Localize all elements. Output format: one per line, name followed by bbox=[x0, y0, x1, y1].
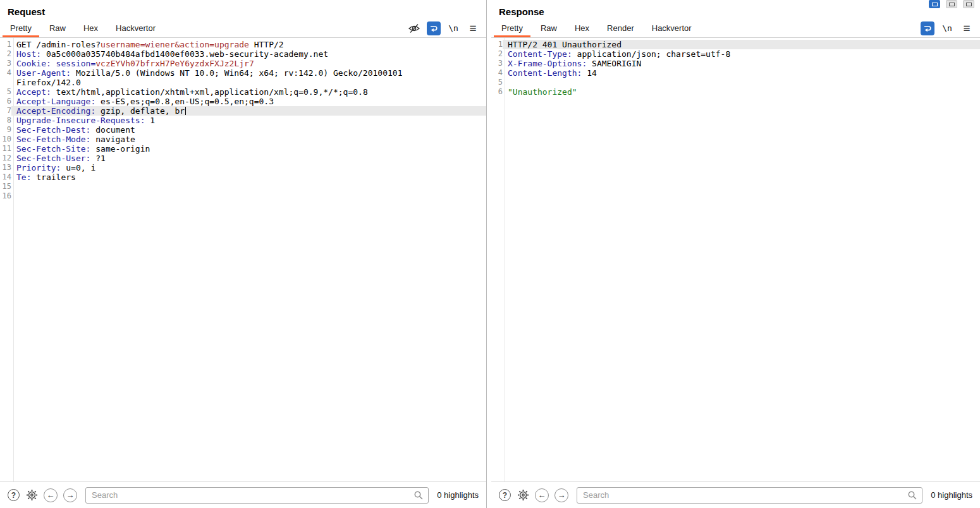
window-controls bbox=[929, 0, 974, 8]
code-text[interactable]: Content-Type: application/json; charset=… bbox=[503, 49, 980, 59]
line-number: 5 bbox=[493, 78, 503, 87]
code-text[interactable]: Sec-Fetch-Site: same-origin bbox=[11, 144, 486, 154]
code-text[interactable]: Sec-Fetch-User: ?1 bbox=[11, 154, 486, 163]
editor-menu-icon[interactable]: ≡ bbox=[466, 21, 480, 35]
response-tab-render[interactable]: Render bbox=[598, 19, 643, 37]
code-text[interactable]: Upgrade-Insecure-Requests: 1 bbox=[11, 116, 486, 125]
response-tab-pretty[interactable]: Pretty bbox=[493, 19, 532, 37]
code-line[interactable]: 12Sec-Fetch-User: ?1 bbox=[0, 154, 486, 163]
code-line[interactable]: 2Content-Type: application/json; charset… bbox=[491, 49, 980, 59]
line-number: 11 bbox=[2, 144, 11, 154]
code-line[interactable]: 3Cookie: session=vczEYVh07bfrxH7PeY6yzdx… bbox=[0, 59, 486, 68]
next-match-button[interactable]: → bbox=[554, 488, 568, 502]
code-line[interactable]: 6"Unauthorized" bbox=[491, 87, 980, 97]
code-line[interactable]: 3X-Frame-Options: SAMEORIGIN bbox=[491, 59, 980, 68]
code-line[interactable]: 9Sec-Fetch-Dest: document bbox=[0, 125, 486, 135]
settings-gear-icon[interactable] bbox=[517, 489, 529, 502]
settings-gear-icon[interactable] bbox=[25, 489, 38, 502]
line-number: 4 bbox=[493, 68, 503, 78]
request-search bbox=[85, 487, 429, 504]
response-search bbox=[577, 487, 922, 504]
code-text[interactable]: "Unauthorized" bbox=[503, 87, 980, 97]
code-text[interactable] bbox=[11, 182, 486, 191]
gutter-divider bbox=[505, 38, 505, 481]
code-text[interactable]: Host: 0a5c000a035740b484afbd1400ef0033.w… bbox=[11, 49, 486, 59]
tab-label: Render bbox=[607, 23, 634, 33]
code-line[interactable]: 1GET /admin-roles?username=wiener&action… bbox=[0, 40, 486, 49]
code-line[interactable]: 15 bbox=[0, 182, 486, 191]
code-text[interactable]: GET /admin-roles?username=wiener&action=… bbox=[11, 40, 486, 49]
code-line[interactable]: 5Accept: text/html,application/xhtml+xml… bbox=[0, 87, 486, 97]
newline-characters-icon[interactable]: \n bbox=[940, 21, 954, 35]
line-number: 12 bbox=[2, 154, 11, 163]
code-text[interactable] bbox=[11, 191, 486, 201]
code-line[interactable]: 7Accept-Encoding: gzip, deflate, br bbox=[0, 106, 486, 116]
code-line[interactable]: 4User-Agent: Mozilla/5.0 (Windows NT 10.… bbox=[0, 68, 486, 78]
code-text[interactable]: Accept-Encoding: gzip, deflate, br bbox=[11, 106, 486, 116]
help-icon[interactable]: ? bbox=[8, 489, 20, 501]
response-tab-hackvertor[interactable]: Hackvertor bbox=[643, 19, 701, 37]
code-text[interactable]: Sec-Fetch-Dest: document bbox=[11, 125, 486, 135]
word-wrap-icon[interactable] bbox=[921, 21, 934, 35]
line-number: 7 bbox=[2, 106, 11, 116]
code-text[interactable] bbox=[503, 78, 980, 87]
newline-characters-icon[interactable]: \n bbox=[446, 21, 460, 35]
response-search-input[interactable] bbox=[577, 487, 922, 504]
code-line[interactable]: 6Accept-Language: es-ES,es;q=0.8,en-US;q… bbox=[0, 97, 486, 106]
code-line[interactable]: 1HTTP/2 401 Unauthorized bbox=[491, 40, 980, 49]
word-wrap-icon[interactable] bbox=[427, 21, 441, 35]
code-text[interactable]: Content-Length: 14 bbox=[503, 68, 980, 78]
code-line[interactable]: 8Upgrade-Insecure-Requests: 1 bbox=[0, 116, 486, 125]
help-icon[interactable]: ? bbox=[499, 489, 511, 501]
request-tab-hackvertor[interactable]: Hackvertor bbox=[107, 19, 164, 37]
line-number: 13 bbox=[2, 163, 11, 172]
response-tab-raw[interactable]: Raw bbox=[532, 19, 566, 37]
code-line[interactable]: 13Priority: u=0, i bbox=[0, 163, 486, 172]
tab-label: Hackvertor bbox=[116, 23, 156, 33]
code-text[interactable]: Firefox/142.0 bbox=[11, 78, 486, 87]
search-magnifier-icon bbox=[907, 490, 917, 503]
eye-off-icon[interactable] bbox=[407, 21, 421, 35]
code-line[interactable]: 2Host: 0a5c000a035740b484afbd1400ef0033.… bbox=[0, 49, 486, 59]
request-highlights-count: 0 highlights bbox=[434, 490, 479, 500]
line-number: 15 bbox=[2, 182, 11, 191]
code-text[interactable]: Te: trailers bbox=[11, 172, 486, 182]
previous-match-button[interactable]: ← bbox=[535, 488, 549, 502]
response-editor[interactable]: 1HTTP/2 401 Unauthorized2Content-Type: a… bbox=[491, 38, 980, 481]
editor-menu-icon[interactable]: ≡ bbox=[960, 21, 974, 35]
panel-layout-option-3-button[interactable] bbox=[963, 0, 974, 8]
code-line[interactable]: 14Te: trailers bbox=[0, 172, 486, 182]
code-text[interactable]: X-Frame-Options: SAMEORIGIN bbox=[503, 59, 980, 68]
code-text[interactable]: Sec-Fetch-Mode: navigate bbox=[11, 135, 486, 144]
response-tab-hex[interactable]: Hex bbox=[566, 19, 598, 37]
code-text[interactable]: HTTP/2 401 Unauthorized bbox=[503, 40, 980, 49]
panel-splitter[interactable] bbox=[487, 0, 491, 508]
code-text[interactable]: Cookie: session=vczEYVh07bfrxH7PeY6yzdxF… bbox=[11, 59, 486, 68]
code-line[interactable]: 4Content-Length: 14 bbox=[491, 68, 980, 78]
panel-layout-active-button[interactable] bbox=[929, 0, 940, 8]
code-line[interactable]: Firefox/142.0 bbox=[0, 78, 486, 87]
tab-label: Hex bbox=[83, 23, 98, 33]
request-search-input[interactable] bbox=[85, 487, 429, 504]
request-tab-raw[interactable]: Raw bbox=[40, 19, 75, 37]
line-number: 5 bbox=[2, 87, 11, 97]
line-number: 1 bbox=[2, 40, 11, 49]
panel-layout-option-2-button[interactable] bbox=[946, 0, 957, 8]
code-text[interactable]: Accept: text/html,application/xhtml+xml,… bbox=[11, 87, 486, 97]
code-line[interactable]: 16 bbox=[0, 191, 486, 201]
code-text[interactable]: User-Agent: Mozilla/5.0 (Windows NT 10.0… bbox=[11, 68, 486, 78]
response-editor-lines: 1HTTP/2 401 Unauthorized2Content-Type: a… bbox=[491, 40, 980, 97]
tab-label: Pretty bbox=[501, 23, 523, 33]
code-text[interactable]: Priority: u=0, i bbox=[11, 163, 486, 172]
request-editor[interactable]: 1GET /admin-roles?username=wiener&action… bbox=[0, 38, 486, 481]
next-match-button[interactable]: → bbox=[63, 488, 77, 502]
code-line[interactable]: 10Sec-Fetch-Mode: navigate bbox=[0, 135, 486, 144]
line-number: 16 bbox=[2, 191, 11, 201]
tab-label: Raw bbox=[49, 23, 66, 33]
code-line[interactable]: 11Sec-Fetch-Site: same-origin bbox=[0, 144, 486, 154]
previous-match-button[interactable]: ← bbox=[44, 488, 58, 502]
code-line[interactable]: 5 bbox=[491, 78, 980, 87]
code-text[interactable]: Accept-Language: es-ES,es;q=0.8,en-US;q=… bbox=[11, 97, 486, 106]
request-tab-pretty[interactable]: Pretty bbox=[1, 19, 40, 37]
request-tab-hex[interactable]: Hex bbox=[75, 19, 107, 37]
